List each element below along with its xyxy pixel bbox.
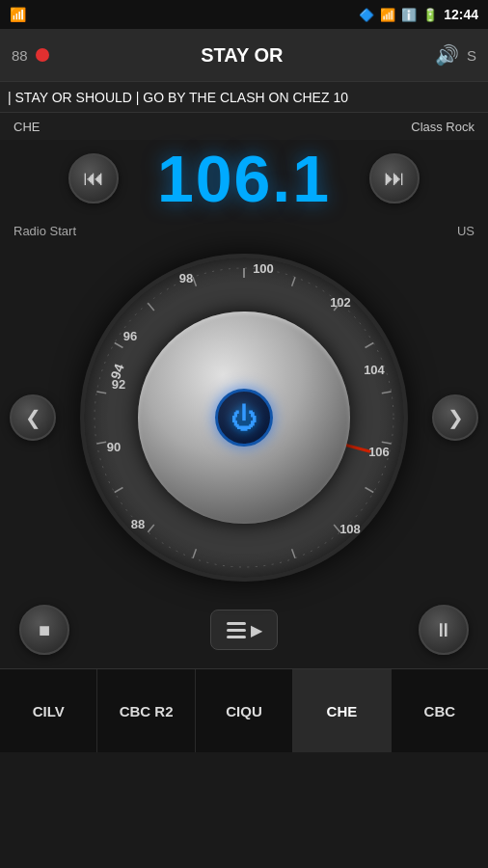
next-track-button[interactable]: ⏭ [369, 153, 420, 203]
svg-text:98: 98 [179, 271, 193, 285]
svg-line-13 [193, 549, 196, 557]
station-info: CHE Class Rock [0, 113, 488, 140]
tuner-area: ❮ 94 96 98 1 [0, 244, 488, 591]
menu-line-1 [227, 622, 246, 625]
svg-line-24 [366, 343, 374, 348]
header-s-label: S [467, 47, 476, 64]
svg-text:88: 88 [131, 517, 145, 531]
menu-play-icon: ▶ [251, 621, 262, 639]
header: 88 STAY OR 🔊 S [0, 29, 488, 82]
station-che-label: CHE [327, 703, 358, 719]
menu-lines-icon [227, 622, 246, 638]
station-tab-cbc-r2[interactable]: CBC R2 [97, 669, 195, 752]
svg-text:106: 106 [368, 445, 390, 459]
svg-text:108: 108 [339, 522, 361, 536]
region-label: US [457, 224, 474, 238]
status-left: 📶 [10, 7, 26, 22]
station-tab-che[interactable]: CHE [293, 669, 391, 752]
svg-line-15 [115, 488, 123, 493]
station-tab-cbc[interactable]: CBC [392, 669, 488, 752]
ticker-text: | STAY OR SHOULD | GO BY THE CLASH ON CH… [0, 90, 348, 105]
svg-line-18 [115, 343, 123, 348]
status-right: 🔷 📶 ℹ️ 🔋 12:44 [359, 7, 478, 22]
header-right: 🔊 S [435, 43, 476, 67]
dial-container[interactable]: 94 96 98 100 102 104 106 108 90 [80, 254, 408, 582]
signal-icon: 📶 [10, 7, 26, 22]
svg-line-16 [96, 442, 106, 444]
menu-button[interactable]: ▶ [210, 610, 278, 650]
frequency-display: ⏮ 106.1 ⏭ [0, 140, 488, 217]
svg-text:96: 96 [123, 329, 137, 343]
tuner-knob[interactable]: ⏻ [138, 312, 350, 524]
station-tab-ciqu[interactable]: CIQU [196, 669, 293, 752]
station-genre: Class Rock [411, 120, 474, 134]
station-cilv-label: CILV [33, 703, 65, 719]
svg-line-20 [193, 277, 196, 285]
menu-line-2 [227, 629, 246, 632]
bluetooth-icon: 🔷 [359, 8, 374, 22]
station-cbc-label: CBC [424, 703, 456, 719]
svg-line-14 [148, 525, 153, 532]
info-icon: ℹ️ [401, 8, 417, 22]
svg-line-22 [292, 277, 295, 285]
power-icon: ⏻ [230, 402, 258, 434]
menu-line-3 [227, 636, 246, 638]
radio-start-label: Radio Start [14, 224, 76, 238]
tune-left-button[interactable]: ❮ [10, 394, 56, 441]
wifi-icon: 📶 [380, 8, 395, 22]
frequency-number: 106.1 [157, 141, 331, 216]
tune-right-button[interactable]: ❯ [432, 394, 478, 441]
volume-icon[interactable]: 🔊 [435, 43, 459, 67]
header-title: STAY OR [49, 44, 435, 67]
pause-button[interactable]: ⏸ [419, 605, 469, 655]
svg-line-27 [366, 488, 374, 493]
station-ciqu-label: CIQU [226, 703, 262, 719]
status-bar: 📶 🔷 📶 ℹ️ 🔋 12:44 [0, 0, 488, 29]
stop-icon: ■ [39, 619, 50, 641]
svg-text:92: 92 [112, 377, 125, 392]
pause-icon: ⏸ [434, 619, 453, 641]
station-cbc-r2-label: CBC R2 [120, 703, 174, 719]
channel-number: 88 [12, 47, 28, 64]
svg-text:90: 90 [107, 440, 121, 454]
stop-button[interactable]: ■ [19, 605, 69, 655]
stations-bar: CILV CBC R2 CIQU CHE CBC [0, 668, 488, 752]
controls-bar: ■ ▶ ⏸ [0, 591, 488, 668]
svg-line-26 [382, 442, 392, 444]
header-left: 88 [12, 47, 49, 64]
svg-line-17 [96, 392, 106, 393]
prev-track-button[interactable]: ⏮ [68, 153, 119, 203]
station-tab-cilv[interactable]: CILV [0, 669, 97, 752]
svg-text:104: 104 [364, 363, 385, 377]
record-dot [36, 48, 49, 62]
power-button[interactable]: ⏻ [215, 389, 273, 447]
svg-text:100: 100 [253, 261, 274, 276]
battery-icon: 🔋 [422, 8, 438, 22]
svg-text:102: 102 [330, 295, 351, 310]
svg-line-25 [382, 392, 392, 393]
station-name: CHE [14, 120, 40, 134]
ticker: | STAY OR SHOULD | GO BY THE CLASH ON CH… [0, 82, 488, 113]
svg-line-19 [148, 303, 153, 311]
clock: 12:44 [444, 7, 478, 22]
svg-line-29 [292, 549, 295, 557]
nav-labels: Radio Start US [0, 217, 488, 244]
